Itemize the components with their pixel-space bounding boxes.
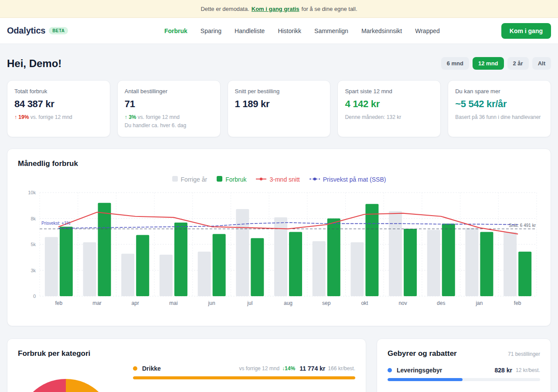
svg-text:0: 0 bbox=[33, 294, 36, 299]
main-nav: Forbruk Sparing Handleliste Historikk Sa… bbox=[164, 27, 440, 34]
svg-text:Prisvekst: +1%: Prisvekst: +1% bbox=[41, 221, 71, 226]
legend-label: Prisvekst på mat (SSB) bbox=[323, 176, 386, 183]
fees-card-title: Gebyrer og rabatter bbox=[388, 349, 457, 358]
beta-badge: BETA bbox=[49, 27, 68, 34]
fees-order-count: 71 bestillinger bbox=[508, 351, 540, 357]
category-compare-label: vs forrige 12 mnd bbox=[239, 365, 279, 372]
stat-card-totalt-forbruk: Totalt forbruk 84 387 kr ↑ 19% vs. forri… bbox=[7, 80, 110, 137]
category-bar-fill bbox=[133, 376, 355, 379]
time-range-selector: 6 mnd 12 mnd 2 år Alt bbox=[441, 57, 551, 70]
svg-text:sep: sep bbox=[322, 300, 331, 306]
chart-legend: Forrige år Forbruk 3-mnd snitt Prisvekst… bbox=[18, 176, 540, 183]
fees-discounts-card: Gebyrer og rabatter 71 bestillinger Leve… bbox=[377, 338, 551, 392]
category-amount: 11 774 kr bbox=[299, 365, 325, 372]
stat-title: Totalt forbruk bbox=[14, 88, 103, 95]
stat-delta-suffix: vs. forrige 12 mnd bbox=[29, 114, 72, 120]
logo-text: Odalytics bbox=[7, 26, 45, 36]
main-content: Hei, Demo! 6 mnd 12 mnd 2 år Alt Totalt … bbox=[0, 57, 558, 392]
legend-label: Forbruk bbox=[225, 176, 246, 183]
svg-text:mar: mar bbox=[92, 300, 102, 306]
category-card-title: Forbruk per kategori bbox=[18, 349, 355, 358]
fee-dot-icon bbox=[388, 368, 392, 372]
stat-value: 1 189 kr bbox=[235, 98, 323, 110]
nav-item-historikk[interactable]: Historikk bbox=[278, 27, 301, 34]
svg-text:apr: apr bbox=[132, 300, 139, 306]
stat-card-spart-siste-12mnd: Spart siste 12 mnd 4 142 kr Denne månede… bbox=[337, 80, 441, 137]
range-button-12mnd[interactable]: 12 mnd bbox=[473, 57, 504, 70]
legend-item-prisvekst[interactable]: Prisvekst på mat (SSB) bbox=[310, 176, 386, 183]
stat-title: Antall bestillinger bbox=[125, 88, 213, 95]
svg-text:nov: nov bbox=[398, 300, 407, 306]
red-line-dot-icon bbox=[256, 176, 266, 183]
fee-name: Leveringsgebyr bbox=[397, 367, 442, 374]
fees-header: Gebyrer og rabatter 71 bestillinger bbox=[388, 349, 540, 358]
fee-row-leveringsgebyr[interactable]: Leveringsgebyr 828 kr 12 kr/best. bbox=[388, 367, 540, 374]
stat-value: 4 142 kr bbox=[345, 98, 433, 110]
category-body: Drikke vs forrige 12 mnd ↓14% 11 774 kr … bbox=[18, 365, 355, 392]
svg-text:feb: feb bbox=[514, 300, 521, 306]
stat-delta-line: ↑ 19% vs. forrige 12 mnd bbox=[14, 113, 103, 122]
svg-text:jul: jul bbox=[247, 300, 252, 306]
category-name: Drikke bbox=[142, 365, 161, 372]
range-button-alt[interactable]: Alt bbox=[532, 57, 551, 70]
svg-text:10k: 10k bbox=[28, 190, 36, 195]
category-dot-icon bbox=[133, 366, 137, 371]
fee-per-order: 12 kr/best. bbox=[516, 367, 540, 373]
legend-item-3mnd-snitt[interactable]: 3-mnd snitt bbox=[256, 176, 299, 183]
range-button-2ar[interactable]: 2 år bbox=[507, 57, 529, 70]
stat-delta-line: ↑ 3% vs. forrige 12 mnd bbox=[125, 113, 213, 122]
svg-text:des: des bbox=[437, 300, 445, 306]
svg-text:feb: feb bbox=[55, 300, 63, 306]
legend-item-forbruk[interactable]: Forbruk bbox=[217, 176, 246, 183]
blue-dashed-line-icon bbox=[310, 176, 320, 183]
svg-text:okt: okt bbox=[361, 300, 368, 306]
monthly-spend-card: Månedlig forbruk Forrige år Forbruk 3-mn… bbox=[7, 149, 551, 326]
stat-value: 71 bbox=[125, 98, 213, 110]
svg-text:mai: mai bbox=[169, 300, 177, 306]
stat-title: Snitt per bestilling bbox=[235, 88, 323, 95]
banner-text-before: Dette er demodata. bbox=[201, 6, 249, 12]
category-list: Drikke vs forrige 12 mnd ↓14% 11 774 kr … bbox=[133, 365, 355, 392]
gray-square-icon bbox=[172, 176, 178, 183]
range-button-6mnd[interactable]: 6 mnd bbox=[441, 57, 469, 70]
fee-bar-fill bbox=[388, 378, 463, 381]
stat-value: ~5 542 kr/år bbox=[455, 98, 544, 110]
stats-row: Totalt forbruk 84 387 kr ↑ 19% vs. forri… bbox=[7, 80, 551, 137]
svg-text:5k: 5k bbox=[31, 242, 36, 247]
category-bar-track bbox=[133, 376, 355, 379]
app-header: Odalytics BETA Forbruk Sparing Handlelis… bbox=[0, 18, 558, 44]
nav-item-forbruk[interactable]: Forbruk bbox=[164, 27, 187, 34]
logo[interactable]: Odalytics BETA bbox=[7, 26, 103, 36]
stat-card-du-kan-spare-mer: Du kan spare mer ~5 542 kr/år Basert på … bbox=[448, 80, 551, 137]
legend-label: Forrige år bbox=[181, 176, 208, 183]
stat-delta-suffix: vs. forrige 12 mnd bbox=[136, 114, 179, 120]
category-spend-card: Forbruk per kategori Drikke vs forrige 1… bbox=[7, 338, 366, 392]
greeting-row: Hei, Demo! 6 mnd 12 mnd 2 år Alt bbox=[7, 57, 551, 70]
legend-item-forrige-ar[interactable]: Forrige år bbox=[172, 176, 208, 183]
fee-bar-track bbox=[388, 378, 540, 381]
stat-value: 84 387 kr bbox=[14, 98, 103, 110]
category-delta: ↓14% bbox=[282, 365, 295, 372]
category-row-drikke[interactable]: Drikke vs forrige 12 mnd ↓14% 11 774 kr … bbox=[133, 365, 355, 372]
nav-item-sparing[interactable]: Sparing bbox=[201, 27, 221, 34]
stat-delta: ↑ 3% bbox=[125, 114, 136, 120]
stat-delta: ↑ 19% bbox=[14, 114, 29, 120]
nav-item-sammenlign[interactable]: Sammenlign bbox=[314, 27, 348, 34]
fee-amount: 828 kr bbox=[494, 367, 512, 374]
svg-text:jan: jan bbox=[475, 300, 483, 306]
nav-item-wrapped[interactable]: Wrapped bbox=[415, 27, 440, 34]
chart-title: Månedlig forbruk bbox=[18, 159, 540, 168]
svg-text:3k: 3k bbox=[31, 268, 36, 273]
nav-item-markedsinnsikt[interactable]: Markedsinnsikt bbox=[361, 27, 402, 34]
svg-text:aug: aug bbox=[284, 300, 293, 306]
page-title: Hei, Demo! bbox=[7, 57, 61, 70]
nav-item-handleliste[interactable]: Handleliste bbox=[235, 27, 265, 34]
stat-title: Spart siste 12 mnd bbox=[345, 88, 433, 95]
signup-button[interactable]: Kom i gang bbox=[501, 23, 551, 39]
stat-note: Du handler ca. hver 6. dag bbox=[125, 122, 213, 130]
stat-note: Denne måneden: 132 kr bbox=[345, 113, 433, 122]
stat-title: Du kan spare mer bbox=[455, 88, 544, 95]
stat-card-antall-bestillinger: Antall bestillinger 71 ↑ 3% vs. forrige … bbox=[117, 80, 221, 137]
banner-signup-link[interactable]: Kom i gang gratis bbox=[252, 6, 299, 12]
category-per-order: 166 kr/best. bbox=[328, 365, 355, 372]
